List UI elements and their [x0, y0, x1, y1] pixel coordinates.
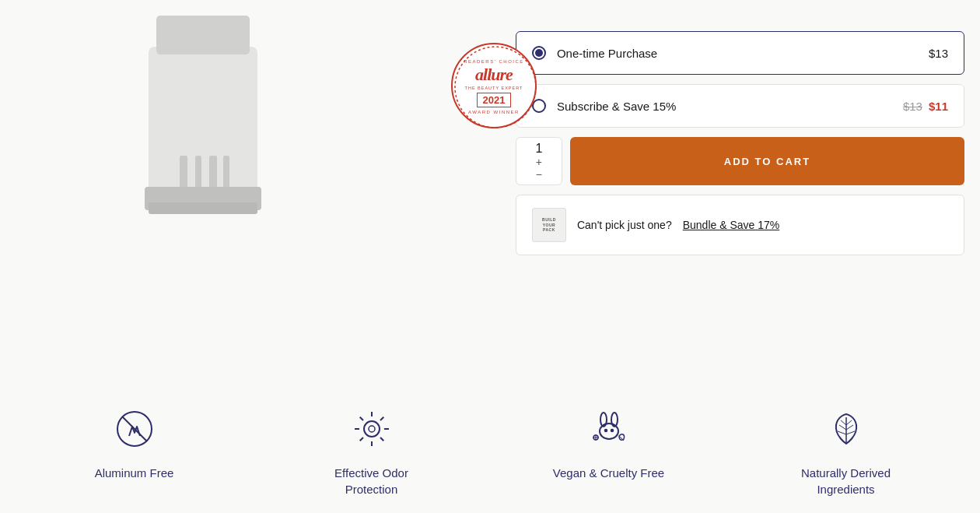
- odor-protection-icon: [348, 406, 395, 452]
- bundle-image: BUILD YOUR PACK: [532, 208, 566, 242]
- product-svg: [86, 0, 320, 218]
- one-time-purchase-option[interactable]: One-time Purchase $13: [516, 31, 964, 75]
- svg-rect-1: [156, 16, 250, 54]
- svg-line-16: [359, 417, 362, 420]
- svg-line-19: [359, 437, 362, 441]
- quantity-buttons: + −: [536, 156, 542, 180]
- natural-label: Naturally DerivedIngredients: [801, 465, 891, 497]
- svg-point-8: [455, 47, 536, 128]
- subscribe-option[interactable]: Subscribe & Save 15% $13 $11: [516, 84, 964, 128]
- allure-badge: READERS' CHOICE allure THE BEAUTY EXPERT…: [451, 43, 537, 128]
- aluminum-free-label: Aluminum Free: [95, 465, 174, 481]
- svg-point-25: [611, 430, 613, 432]
- bundle-row: BUILD YOUR PACK Can't pick just one? Bun…: [516, 195, 964, 255]
- quantity-minus-button[interactable]: −: [536, 169, 542, 180]
- svg-line-36: [846, 420, 852, 425]
- svg-point-20: [369, 426, 375, 432]
- one-time-label: One-time Purchase: [557, 47, 929, 60]
- svg-line-10: [122, 416, 147, 441]
- vegan-label: Vegan & Cruelty Free: [553, 465, 664, 481]
- quantity-control[interactable]: 1 + −: [516, 137, 562, 185]
- odor-protection-label: Effective OdorProtection: [334, 465, 408, 497]
- bundle-cant-pick-text: Can't pick just one?: [577, 219, 672, 231]
- svg-line-17: [380, 437, 383, 441]
- svg-rect-0: [149, 47, 257, 202]
- add-to-cart-row: 1 + − ADD TO CART: [516, 137, 964, 185]
- product-image: [86, 0, 320, 218]
- page-container: READERS' CHOICE allure THE BEAUTY EXPERT…: [0, 0, 980, 513]
- subscribe-price-original: $13: [903, 100, 922, 113]
- odor-svg: [349, 406, 394, 452]
- svg-point-11: [364, 421, 380, 437]
- add-to-cart-button[interactable]: ADD TO CART: [570, 137, 964, 185]
- subscribe-label: Subscribe & Save 15%: [557, 100, 903, 113]
- svg-line-35: [846, 431, 855, 434]
- quantity-value: 1: [536, 142, 543, 155]
- feature-vegan: Vegan & Cruelty Free: [523, 406, 695, 481]
- svg-line-33: [841, 420, 846, 425]
- aluminum-free-svg: [112, 406, 157, 452]
- bundle-link[interactable]: Bundle & Save 17%: [683, 219, 780, 231]
- feature-aluminum-free: Aluminum Free: [49, 406, 220, 481]
- no-aluminum-icon: [111, 406, 158, 452]
- feature-odor-protection: Effective OdorProtection: [286, 406, 457, 497]
- features-section: Aluminum Free: [0, 374, 980, 513]
- leaf-icon: [823, 406, 870, 452]
- one-time-price: $13: [929, 47, 948, 60]
- vegan-icon: [586, 406, 632, 452]
- svg-line-34: [846, 425, 853, 430]
- feature-natural: Naturally DerivedIngredients: [761, 406, 932, 497]
- svg-rect-7: [149, 202, 257, 214]
- bundle-image-text: BUILD YOUR PACK: [542, 217, 556, 233]
- leaf-svg: [824, 406, 869, 452]
- subscribe-price-sale: $11: [929, 100, 948, 113]
- svg-line-32: [838, 431, 846, 434]
- quantity-plus-button[interactable]: +: [536, 156, 542, 167]
- svg-line-31: [839, 425, 846, 430]
- svg-line-18: [380, 417, 383, 420]
- vegan-svg: [586, 406, 632, 452]
- badge-border-svg: [453, 44, 538, 130]
- allure-circle: READERS' CHOICE allure THE BEAUTY EXPERT…: [451, 43, 537, 128]
- svg-point-24: [604, 430, 607, 432]
